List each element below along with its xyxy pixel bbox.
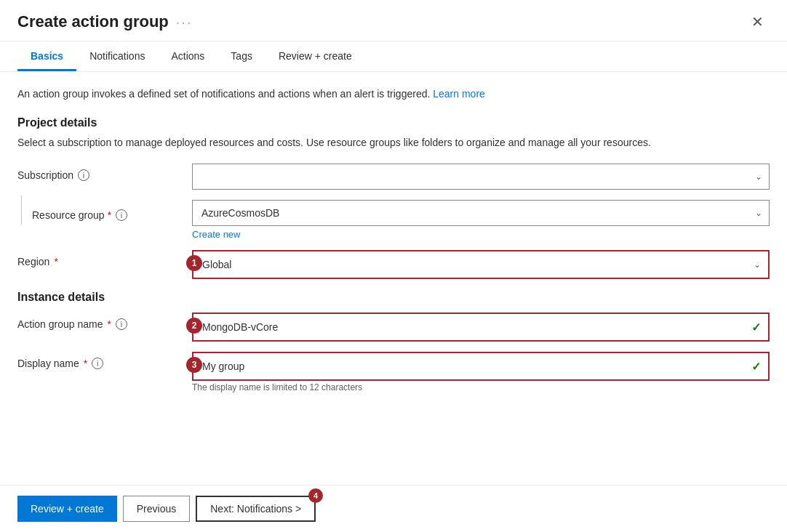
- region-required: *: [54, 256, 57, 267]
- project-details-desc: Select a subscription to manage deployed…: [17, 135, 770, 150]
- tab-actions[interactable]: Actions: [158, 41, 217, 71]
- subscription-control: ⌄: [192, 164, 770, 190]
- action-group-name-required: *: [108, 318, 111, 330]
- tab-basics[interactable]: Basics: [17, 41, 76, 71]
- action-group-name-label-col: Action group name * i: [17, 313, 192, 330]
- subscription-label: Subscription i: [17, 164, 192, 181]
- footer: Review + create Previous Next: Notificat…: [0, 485, 787, 532]
- review-create-button[interactable]: Review + create: [17, 496, 117, 522]
- action-group-name-check-icon: ✓: [751, 321, 761, 334]
- action-group-name-info-icon: i: [116, 318, 127, 330]
- resource-group-label-col: Resource group * i: [17, 200, 192, 225]
- action-group-name-input[interactable]: [193, 314, 768, 340]
- instance-details-title: Instance details: [17, 291, 770, 304]
- region-select-wrapper: Global ⌄: [192, 250, 770, 279]
- display-name-info-icon: i: [92, 358, 103, 369]
- display-name-required: *: [84, 358, 87, 369]
- title-options-dots[interactable]: ···: [176, 14, 193, 31]
- display-name-row: 3 Display name * i ✓ The display name is…: [17, 352, 770, 392]
- display-name-check-icon: ✓: [751, 360, 761, 374]
- intro-text: An action group invokes a defined set of…: [17, 86, 770, 102]
- display-name-control: ✓ The display name is limited to 12 char…: [192, 352, 770, 392]
- region-label: Region: [17, 256, 49, 267]
- display-name-hint: The display name is limited to 12 charac…: [192, 382, 362, 392]
- badge-2: 2: [186, 318, 202, 334]
- action-group-name-control: ✓: [192, 313, 770, 342]
- display-name-label: Display name: [17, 358, 79, 369]
- previous-button[interactable]: Previous: [123, 496, 190, 522]
- display-name-label-col: Display name * i: [17, 352, 192, 369]
- subscription-select-wrapper: ⌄: [192, 164, 770, 190]
- action-group-name-row: 2 Action group name * i ✓: [17, 313, 770, 342]
- region-select[interactable]: Global: [193, 251, 768, 278]
- tab-notifications[interactable]: Notifications: [76, 41, 158, 71]
- resource-group-select-wrapper: AzureCosmosDB ⌄: [192, 200, 770, 226]
- create-new-link[interactable]: Create new: [192, 229, 770, 240]
- action-group-name-label: Action group name: [17, 318, 103, 330]
- create-action-group-dialog: Create action group ··· ✕ Basics Notific…: [0, 0, 787, 532]
- badge-1: 1: [186, 255, 202, 271]
- subscription-info-icon: i: [78, 169, 89, 181]
- next-button-wrapper: Next: Notifications > 4: [196, 496, 316, 522]
- region-label-col: Region * i: [17, 250, 192, 267]
- resource-group-label: Resource group: [32, 209, 105, 221]
- title-row: Create action group ···: [17, 12, 192, 31]
- resource-group-row: Resource group * i AzureCosmosDB ⌄ Creat…: [17, 200, 770, 240]
- project-details-title: Project details: [17, 116, 770, 129]
- tab-review-create[interactable]: Review + create: [265, 41, 365, 71]
- resource-group-required: *: [108, 209, 111, 221]
- resource-group-select[interactable]: AzureCosmosDB: [192, 200, 770, 226]
- subscription-row: Subscription i ⌄: [17, 164, 770, 190]
- close-button[interactable]: ✕: [746, 12, 770, 32]
- main-content: An action group invokes a defined set of…: [0, 72, 787, 485]
- display-name-input[interactable]: [193, 353, 768, 379]
- badge-3: 3: [186, 357, 202, 373]
- resource-group-control: AzureCosmosDB ⌄ Create new: [192, 200, 770, 240]
- badge-4: 4: [308, 488, 323, 503]
- region-row: 1 Region * i Global ⌄: [17, 250, 770, 279]
- dialog-title: Create action group: [17, 12, 169, 31]
- tabs-bar: Basics Notifications Actions Tags Review…: [0, 41, 787, 72]
- dialog-header: Create action group ··· ✕: [0, 0, 787, 41]
- subscription-select[interactable]: [192, 164, 770, 190]
- region-control: Global ⌄: [192, 250, 770, 279]
- tab-tags[interactable]: Tags: [217, 41, 265, 71]
- learn-more-link[interactable]: Learn more: [433, 88, 485, 100]
- resource-group-info-icon: i: [116, 209, 127, 221]
- next-notifications-button[interactable]: Next: Notifications >: [196, 496, 316, 522]
